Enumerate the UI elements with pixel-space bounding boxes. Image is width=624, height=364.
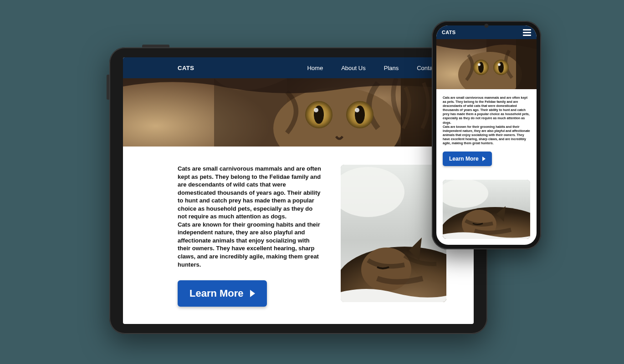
phone-screen: CATS — [436, 25, 537, 245]
svg-point-7 — [314, 108, 318, 112]
learn-more-button[interactable]: Learn More — [443, 152, 492, 166]
tablet-nav: Home About Us Plans Contact — [307, 65, 437, 71]
tablet-screen: CATS Home About Us Plans Contact — [123, 57, 474, 324]
learn-more-label: Learn More — [449, 156, 479, 162]
svg-rect-23 — [516, 39, 537, 89]
svg-point-22 — [498, 63, 501, 66]
tablet-header: CATS Home About Us Plans Contact — [123, 57, 474, 78]
learn-more-button[interactable]: Learn More — [178, 280, 267, 307]
brand-logo[interactable]: CATS — [442, 30, 455, 35]
tablet-device-frame: CATS Home About Us Plans Contact — [109, 47, 487, 334]
tablet-article: Cats are small carnivorous mammals and a… — [178, 165, 322, 307]
article-paragraph-2: Cats are known for their grooming habits… — [178, 221, 322, 268]
nav-home[interactable]: Home — [307, 65, 323, 71]
tablet-body: Cats are small carnivorous mammals and a… — [123, 147, 474, 320]
phone-side-image — [443, 180, 530, 239]
brand-logo[interactable]: CATS — [178, 65, 194, 71]
play-icon — [482, 157, 486, 161]
learn-more-label: Learn More — [189, 287, 244, 300]
phone-article: Cats are small carnivorous mammals and a… — [436, 89, 537, 171]
svg-point-13 — [361, 248, 411, 291]
svg-point-21 — [478, 63, 481, 66]
play-icon — [250, 290, 255, 297]
tablet-side-button — [107, 75, 109, 100]
hamburger-menu-icon[interactable] — [523, 29, 531, 36]
svg-point-8 — [355, 108, 359, 112]
nav-plans[interactable]: Plans — [384, 65, 399, 71]
tablet-side-image — [341, 165, 446, 302]
article-paragraph-1: Cats are small carnivorous mammals and a… — [178, 165, 322, 221]
tablet-top-button — [142, 45, 169, 47]
phone-hero-image — [436, 39, 537, 89]
article-paragraph-1: Cats are small carnivorous mammals and a… — [443, 96, 530, 125]
tablet-hero-image — [123, 78, 474, 147]
article-paragraph-2: Cats are known for their grooming habits… — [443, 125, 530, 145]
phone-device-frame: CATS — [432, 21, 541, 249]
phone-camera-notch — [485, 24, 489, 28]
nav-about[interactable]: About Us — [341, 65, 365, 71]
